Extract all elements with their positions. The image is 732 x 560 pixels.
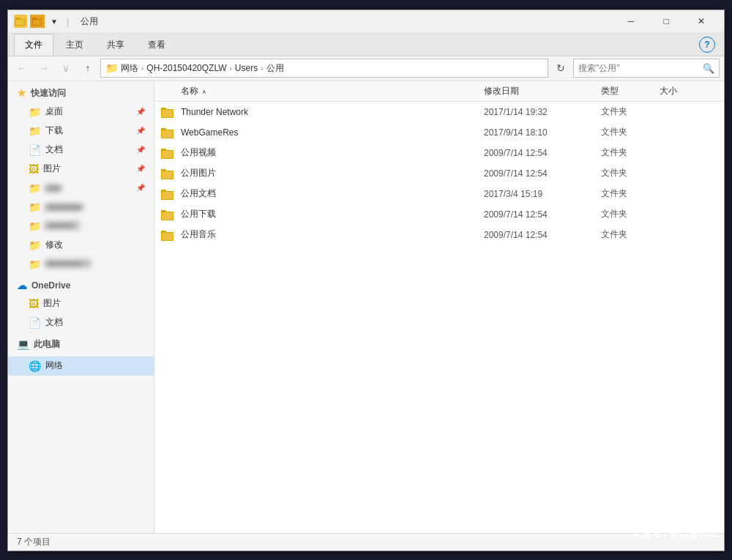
tab-view[interactable]: 查看: [137, 34, 176, 56]
file-row[interactable]: 公用音乐 2009/7/14 12:54 文件夹: [154, 225, 724, 245]
file-date: 2009/7/14 12:54: [484, 209, 601, 220]
back-button: ←: [12, 59, 31, 78]
sidebar-item-blurred1[interactable]: 📁 ■■■ 📌: [8, 179, 154, 198]
svg-rect-14: [162, 151, 173, 158]
window-title: 公用: [81, 15, 98, 28]
window-controls: ─ □ ✕: [614, 11, 718, 31]
sidebar-item-pictures[interactable]: 🖼 图片 📌: [8, 160, 154, 179]
folder-icon: 📁: [29, 182, 41, 194]
folder-icon: [160, 146, 175, 160]
sidebar-item-blurred4[interactable]: 📁 ■■■■■■■表: [8, 255, 154, 274]
path-chevron-2: ›: [230, 64, 232, 72]
svg-rect-4: [32, 18, 37, 20]
sidebar-item-documents[interactable]: 📄 文档 📌: [8, 141, 154, 160]
path-computer[interactable]: QH-20150420QZLW: [146, 63, 226, 73]
path-network[interactable]: 网络: [121, 62, 138, 75]
path-chevron-3: ›: [261, 64, 263, 72]
svg-rect-26: [162, 233, 173, 240]
folder-icon: 📁: [29, 220, 41, 232]
folder-icon: [160, 166, 175, 181]
sidebar-item-label: 文档: [45, 316, 145, 329]
help-button[interactable]: ?: [699, 37, 715, 53]
path-users[interactable]: Users: [235, 63, 258, 73]
sidebar-item-label: 图片: [43, 297, 145, 310]
folder-icon: 📁: [29, 258, 41, 270]
file-type: 文件夹: [601, 126, 660, 138]
sidebar-item-label: 下载: [45, 124, 132, 137]
folder-icon: 📁: [29, 239, 41, 251]
col-header-date[interactable]: 修改日期: [484, 85, 601, 97]
sidebar-item-blurred2[interactable]: 📁 ■■■■■■■: [8, 198, 154, 217]
address-path[interactable]: 📁 网络 › QH-20150420QZLW › Users › 公用: [100, 59, 548, 78]
sidebar-item-label: 修改: [45, 239, 145, 251]
sidebar-item-label: ■■■■■■■表: [45, 258, 145, 270]
col-header-name[interactable]: 名称 ∧: [160, 85, 484, 97]
sidebar-item-modified[interactable]: 📁 修改: [8, 236, 154, 255]
ribbon: 文件 主页 共享 查看 ?: [8, 34, 724, 56]
svg-rect-1: [15, 18, 20, 20]
col-header-type[interactable]: 类型: [601, 85, 660, 97]
close-button[interactable]: ✕: [684, 11, 718, 31]
tab-share[interactable]: 共享: [96, 34, 135, 56]
window-icon: [14, 15, 27, 28]
file-date: 2009/7/14 12:54: [484, 148, 601, 158]
folder-icon: [160, 125, 175, 140]
up-button[interactable]: ↑: [78, 59, 97, 78]
file-list-header: 名称 ∧ 修改日期 类型 大小: [154, 81, 724, 102]
sidebar-item-label: 图片: [43, 163, 132, 175]
sidebar-quick-access-header[interactable]: ★ 快速访问: [8, 84, 154, 102]
file-row[interactable]: WebGameRes 2017/9/14 18:10 文件夹: [154, 122, 724, 143]
sidebar-item-label: ■■■■■■■: [45, 202, 145, 212]
dropdown-button[interactable]: ∨: [56, 59, 75, 78]
sidebar-item-label: ■■■: [45, 183, 132, 193]
pc-icon: 💻: [17, 338, 29, 350]
quick-access-label: 快速访问: [31, 87, 66, 100]
quick-access-toolbar-icon: [30, 15, 45, 28]
pin-icon: 📌: [136, 184, 145, 192]
file-row[interactable]: 公用图片 2009/7/14 12:54 文件夹: [154, 163, 724, 184]
forward-button: →: [34, 59, 53, 78]
pin-icon: 📌: [136, 165, 145, 173]
path-chevron-1: ›: [141, 64, 143, 72]
folder-icon: 🖼: [29, 163, 39, 175]
search-icon[interactable]: 🔍: [703, 63, 714, 74]
folder-icon: [160, 228, 175, 242]
refresh-button[interactable]: ↻: [551, 59, 570, 78]
svg-rect-2: [16, 20, 24, 25]
sidebar-item-onedrive-pictures[interactable]: 🖼 图片: [8, 294, 154, 313]
address-bar: ← → ∨ ↑ 📁 网络 › QH-20150420QZLW › Users ›…: [8, 56, 724, 81]
sidebar-item-blurred3[interactable]: 📁 ■■■■■机: [8, 217, 154, 236]
file-row[interactable]: Thunder Network 2017/1/14 19:32 文件夹: [154, 102, 724, 122]
file-date: 2017/3/4 15:19: [484, 189, 601, 199]
tab-home[interactable]: 主页: [55, 34, 94, 56]
svg-rect-5: [33, 20, 41, 25]
file-date: 2017/9/14 18:10: [484, 127, 601, 138]
file-type: 文件夹: [601, 228, 660, 241]
minimize-button[interactable]: ─: [614, 11, 648, 31]
sidebar-pc-header[interactable]: 💻 此电脑: [8, 335, 154, 354]
file-row[interactable]: 公用视频 2009/7/14 12:54 文件夹: [154, 143, 724, 163]
path-public[interactable]: 公用: [266, 62, 284, 75]
folder-icon: 📁: [29, 201, 41, 213]
file-date: 2009/7/14 12:54: [484, 168, 601, 179]
folder-icon: 📄: [29, 317, 41, 329]
tab-file[interactable]: 文件: [14, 34, 53, 56]
file-row[interactable]: 公用文档 2017/3/4 15:19 文件夹: [154, 184, 724, 204]
folder-icon: [160, 207, 175, 222]
sidebar-section-thispc: 💻 此电脑: [8, 335, 154, 354]
sidebar-item-downloads[interactable]: 📁 下载 📌: [8, 122, 154, 141]
sidebar-item-onedrive-docs[interactable]: 📄 文档: [8, 313, 154, 332]
sidebar-item-network[interactable]: 🌐 网络: [8, 356, 154, 376]
cloud-icon: ☁: [17, 280, 27, 291]
sidebar-item-label: ■■■■■机: [45, 220, 145, 232]
file-row[interactable]: 公用下载 2009/7/14 12:54 文件夹: [154, 204, 724, 225]
ribbon-help: ?: [699, 34, 718, 56]
quick-access-dropdown[interactable]: ▼: [48, 16, 61, 27]
sidebar-section-network: 🌐 网络: [8, 356, 154, 376]
col-header-size[interactable]: 大小: [660, 85, 718, 97]
sidebar-item-desktop[interactable]: 📁 桌面 📌: [8, 102, 154, 122]
search-input[interactable]: [578, 63, 700, 73]
sidebar-onedrive-header[interactable]: ☁ OneDrive: [8, 277, 154, 294]
maximize-button[interactable]: □: [649, 11, 683, 31]
file-type: 文件夹: [601, 187, 660, 200]
